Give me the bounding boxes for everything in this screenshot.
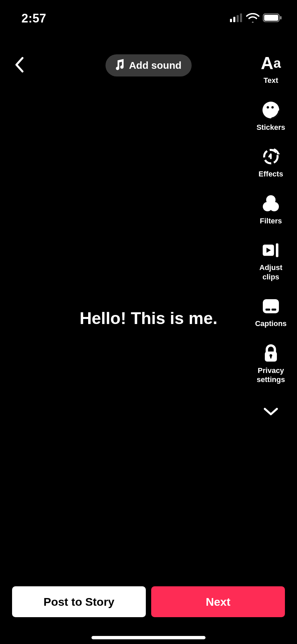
tool-effects-label: Effects (258, 169, 283, 179)
svg-rect-2 (237, 15, 239, 22)
adjust-clips-icon (261, 241, 280, 260)
svg-rect-19 (263, 299, 279, 313)
tool-captions[interactable]: Captions (255, 297, 287, 328)
tool-adjust-clips-label: Adjust clips (251, 263, 291, 281)
bottom-bar: Post to Story Next (0, 586, 297, 617)
svg-rect-20 (265, 309, 270, 311)
home-indicator (92, 636, 205, 639)
svg-point-9 (267, 106, 269, 108)
tool-expand-more[interactable] (261, 402, 280, 421)
tool-filters-label: Filters (260, 216, 282, 226)
tool-captions-label: Captions (255, 319, 287, 328)
wifi-icon (246, 13, 259, 24)
svg-point-15 (270, 202, 279, 211)
captions-icon (261, 297, 280, 316)
filters-icon (261, 194, 280, 213)
chevron-left-icon (14, 57, 24, 74)
svg-rect-18 (276, 243, 278, 257)
tool-text[interactable]: Aa Text (261, 54, 280, 85)
sticker-icon (261, 101, 280, 119)
tool-text-label: Text (263, 76, 278, 85)
music-note-icon (114, 59, 124, 72)
battery-icon (263, 13, 282, 23)
tool-effects[interactable]: Effects (258, 147, 283, 179)
add-sound-label: Add sound (129, 60, 182, 71)
svg-rect-24 (270, 356, 272, 359)
tool-adjust-clips[interactable]: Adjust clips (251, 241, 291, 281)
post-to-story-button[interactable]: Post to Story (12, 586, 146, 617)
svg-rect-21 (272, 309, 276, 311)
svg-rect-5 (264, 15, 278, 21)
add-sound-button[interactable]: Add sound (106, 54, 192, 76)
cellular-icon (230, 13, 243, 23)
tool-privacy-label: Privacy settings (257, 366, 285, 384)
svg-rect-0 (230, 19, 232, 22)
tool-privacy-settings[interactable]: Privacy settings (257, 344, 285, 384)
lock-icon (261, 344, 280, 363)
video-overlay-text[interactable]: Hello! This is me. (79, 309, 217, 328)
text-icon: Aa (261, 54, 280, 72)
status-time: 2:57 (21, 11, 46, 25)
tool-filters[interactable]: Filters (260, 194, 282, 226)
svg-point-10 (272, 106, 274, 108)
back-button[interactable] (11, 57, 27, 73)
post-to-story-label: Post to Story (44, 595, 115, 608)
effects-icon (261, 147, 280, 166)
next-label: Next (206, 595, 231, 608)
tool-stickers[interactable]: Stickers (256, 101, 285, 132)
chevron-down-icon (261, 402, 280, 421)
video-edit-screen: 2:57 (0, 0, 297, 644)
tool-rail: Aa Text Stickers (251, 54, 291, 421)
status-indicators (230, 13, 282, 24)
status-bar: 2:57 (0, 0, 297, 37)
svg-rect-6 (280, 16, 282, 19)
svg-rect-3 (240, 13, 242, 22)
next-button[interactable]: Next (151, 586, 285, 617)
tool-stickers-label: Stickers (256, 123, 285, 132)
svg-rect-1 (233, 17, 235, 22)
